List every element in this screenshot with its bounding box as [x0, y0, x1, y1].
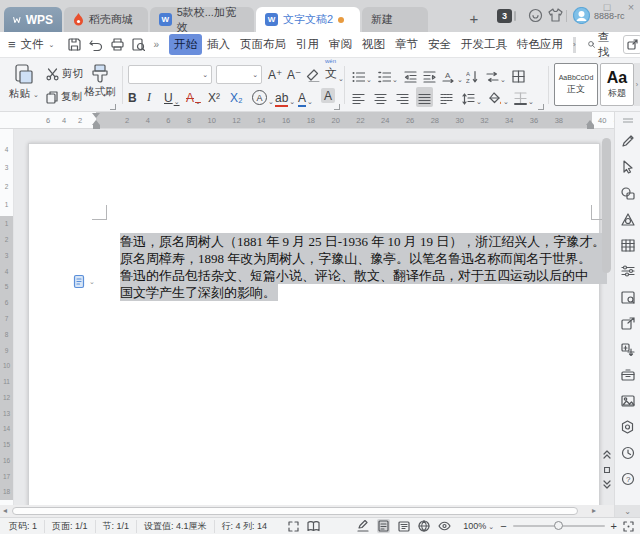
translate-icon[interactable]	[616, 336, 640, 362]
superscript-button[interactable]: X²	[208, 89, 220, 105]
edit-pen-icon[interactable]	[616, 128, 640, 154]
italic-button[interactable]: I	[147, 89, 151, 105]
shading-button[interactable]: ⌄	[488, 89, 509, 105]
font-name-select[interactable]: ⌄	[128, 65, 212, 84]
menu-tab-insert[interactable]: 插入	[202, 34, 235, 55]
status-line-col[interactable]: 行: 4 列: 14	[215, 520, 275, 533]
save-icon[interactable]	[68, 38, 81, 51]
status-setting[interactable]: 设置值: 4.1厘米	[137, 520, 215, 533]
image-icon[interactable]	[616, 388, 640, 414]
zoom-in-button[interactable]: +	[611, 520, 617, 532]
zoom-slider-thumb[interactable]	[554, 521, 563, 530]
eye-protect-icon[interactable]	[438, 521, 451, 531]
previous-page-button[interactable]	[600, 448, 613, 461]
zoom-slider-track[interactable]	[513, 525, 605, 527]
user-name[interactable]: 8888-rc	[594, 11, 625, 21]
web-view-icon[interactable]	[418, 520, 430, 532]
seal-icon[interactable]	[616, 414, 640, 440]
table-icon[interactable]	[616, 232, 640, 258]
document-page[interactable]: 鲁迅，原名周树人（1881 年 9 月 25 日-1936 年 10 月 19 …	[28, 143, 600, 505]
horizontal-scrollbar-track[interactable]: ◂ ▸	[0, 505, 614, 517]
find-button[interactable]: 查找	[588, 30, 614, 60]
select-cursor-icon[interactable]	[616, 154, 640, 180]
clipboard-dialog-launcher[interactable]	[110, 104, 116, 110]
bold-button[interactable]: B	[128, 89, 137, 105]
help-circle-icon[interactable]: ?	[616, 466, 640, 492]
file-menu[interactable]: 文件	[16, 34, 49, 55]
increase-indent-button[interactable]	[423, 67, 436, 83]
menu-tab-view[interactable]: 视图	[357, 34, 390, 55]
print-preview-icon[interactable]	[132, 38, 145, 51]
undo-icon[interactable]	[89, 39, 103, 51]
wps-home-tab[interactable]: WPS	[4, 7, 62, 32]
char-shading-button[interactable]: A	[321, 88, 335, 103]
menu-tab-review[interactable]: 审阅	[324, 34, 357, 55]
style-gallery-scroll[interactable]: ›	[634, 63, 640, 106]
doc-tab-new[interactable]: 新建	[362, 7, 428, 32]
doc-tab-shop[interactable]: 稻壳商城	[64, 7, 148, 32]
text-line[interactable]: 鲁迅，原名周树人（1881 年 9 月 25 日-1936 年 10 月 19 …	[120, 233, 607, 250]
paragraph-dialog-launcher[interactable]	[538, 104, 544, 110]
text-direction-button[interactable]: A ⌄	[442, 67, 463, 83]
menu-tab-references[interactable]: 引用	[291, 34, 324, 55]
page-view-icon[interactable]	[377, 519, 390, 533]
format-painter-button[interactable]: 格式刷	[82, 63, 118, 99]
paste-options-button[interactable]: ⌄	[73, 274, 95, 289]
scroll-right-arrow[interactable]: ▸	[592, 506, 596, 515]
highlight-color-button[interactable]: ab ⌄	[275, 89, 295, 105]
select-browse-object-button[interactable]	[600, 463, 613, 476]
print-icon[interactable]	[111, 38, 124, 51]
doc-tab-1[interactable]: W 5款校...加宽效	[150, 7, 254, 32]
shapes-icon[interactable]	[616, 180, 640, 206]
numbered-list-button[interactable]: ⌄	[378, 67, 398, 83]
first-line-indent-marker[interactable]	[92, 113, 100, 118]
ink-pen-icon[interactable]	[357, 520, 369, 532]
strikethrough-button[interactable]: A⌄	[186, 89, 201, 105]
justify-button[interactable]	[416, 87, 433, 107]
smart-shape-icon[interactable]	[616, 206, 640, 232]
history-icon[interactable]	[616, 440, 640, 466]
doc-tab-active[interactable]: W 文字文稿2	[256, 7, 360, 32]
status-section[interactable]: 节: 1/1	[96, 520, 138, 533]
clear-format-button[interactable]	[306, 66, 320, 82]
text-effect-button[interactable]: A ⌄	[252, 89, 274, 105]
font-size-select[interactable]: ⌄	[216, 65, 262, 84]
vertical-scrollbar[interactable]	[602, 138, 611, 273]
scroll-left-arrow[interactable]: ◂	[3, 506, 7, 515]
menu-tab-security[interactable]: 安全	[423, 34, 456, 55]
text-line[interactable]: 国文学产生了深刻的影响。	[120, 284, 607, 301]
bullet-list-button[interactable]: ⌄	[352, 67, 372, 83]
font-color-button[interactable]: A ⌄	[298, 89, 313, 105]
share-export-icon[interactable]	[616, 310, 640, 336]
align-right-button[interactable]	[396, 89, 409, 105]
zoom-level-select[interactable]: 100% ⌄	[463, 521, 494, 531]
more-quick-icons[interactable]: »	[153, 39, 159, 50]
pinyin-guide-button[interactable]: wén 文 ⌄	[325, 66, 344, 82]
line-spacing-button[interactable]: ⌄	[462, 89, 482, 105]
status-pages[interactable]: 页面: 1/1	[45, 520, 96, 533]
text-line[interactable]: 原名周樟寿，1898 年改为周树人，字豫山、豫亭。以笔名鲁迅名称而闻名于世界。	[120, 250, 607, 267]
status-page-number[interactable]: 页码: 1	[2, 520, 45, 533]
shrink-font-button[interactable]: A⁻	[287, 66, 301, 82]
member-icon[interactable]	[528, 8, 543, 23]
menu-tab-section[interactable]: 章节	[390, 34, 423, 55]
show-marks-button[interactable]: ⌄	[486, 67, 506, 83]
asset-library-icon[interactable]	[616, 284, 640, 310]
sidebar-drag-handle[interactable]	[616, 112, 640, 128]
new-tab-button[interactable]: +	[463, 9, 485, 27]
subscript-button[interactable]: X₂	[230, 89, 243, 105]
file-menu-caret[interactable]: ⌄	[49, 41, 55, 48]
zoom-out-button[interactable]: −	[500, 520, 506, 532]
menu-tab-special[interactable]: 特色应用	[512, 34, 568, 55]
align-center-button[interactable]	[374, 89, 387, 105]
document-area[interactable]: 鲁迅，原名周树人（1881 年 9 月 25 日-1936 年 10 月 19 …	[14, 129, 614, 505]
fit-page-icon[interactable]	[623, 521, 634, 532]
grow-font-button[interactable]: A⁺	[268, 66, 282, 82]
style-normal[interactable]: AaBbCcDd 正文	[554, 63, 598, 106]
font-dialog-launcher[interactable]	[334, 104, 340, 110]
fullscreen-icon[interactable]	[288, 521, 299, 532]
archive-box-icon[interactable]	[616, 362, 640, 388]
sidebar-collapse-button[interactable]: ⌄	[614, 505, 640, 517]
paste-button[interactable]: 粘贴 ⌄	[6, 63, 42, 101]
paragraph-layout-button[interactable]	[512, 67, 525, 83]
